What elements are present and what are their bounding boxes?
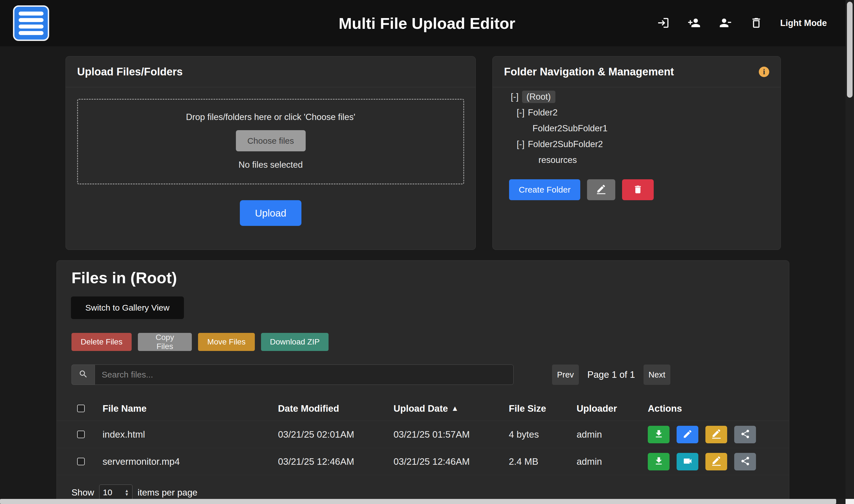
sort-ascending-icon: ▲ bbox=[451, 404, 459, 413]
add-user-button[interactable] bbox=[687, 16, 701, 30]
rename-icon bbox=[711, 456, 722, 467]
share-icon bbox=[740, 429, 750, 440]
upload-date: 03/21/25 01:57AM bbox=[393, 429, 509, 440]
row-actions bbox=[648, 453, 789, 470]
col-uploader[interactable]: Uploader bbox=[576, 403, 648, 414]
date-modified: 03/21/25 12:46AM bbox=[278, 456, 393, 467]
person-add-icon bbox=[688, 16, 700, 30]
tree-item-folder2subfolder1[interactable]: Folder2SubFolder1 bbox=[533, 123, 607, 133]
remove-user-button[interactable] bbox=[718, 16, 732, 30]
folder-buttons: Create Folder bbox=[509, 179, 654, 200]
tree-toggle-root[interactable]: [-] bbox=[511, 92, 519, 102]
move-files-button[interactable]: Move Files bbox=[198, 333, 255, 351]
delete-account-button[interactable] bbox=[749, 16, 763, 30]
horizontal-scrollbar[interactable] bbox=[0, 499, 846, 504]
choose-files-button[interactable]: Choose files bbox=[236, 130, 306, 151]
files-section: Files in (Root) Switch to Gallery View D… bbox=[56, 260, 789, 504]
trash-icon bbox=[633, 184, 643, 195]
table-row: index.html 03/21/25 02:01AM 03/21/25 01:… bbox=[57, 421, 789, 448]
trash-icon bbox=[750, 16, 763, 30]
light-mode-toggle[interactable]: Light Mode bbox=[780, 18, 827, 28]
tree-toggle-folder2[interactable]: [-] bbox=[517, 108, 524, 118]
spinner-icon[interactable]: ▲▼ bbox=[125, 489, 129, 496]
tree-row-folder2subfolder1: Folder2SubFolder1 bbox=[493, 121, 781, 137]
logo-stripe bbox=[19, 12, 43, 16]
vertical-scrollbar-thumb[interactable] bbox=[847, 2, 853, 98]
download-zip-button[interactable]: Download ZIP bbox=[261, 333, 328, 351]
search-bar bbox=[71, 364, 514, 385]
logo-stripe bbox=[19, 31, 43, 35]
file-size: 4 bytes bbox=[509, 429, 576, 440]
items-per-page-value: 10 bbox=[103, 488, 112, 497]
app-logo-icon[interactable] bbox=[13, 5, 49, 41]
share-button[interactable] bbox=[734, 453, 756, 470]
tree-item-folder2subfolder2[interactable]: Folder2SubFolder2 bbox=[528, 139, 603, 149]
row-checkbox[interactable] bbox=[77, 458, 85, 465]
tree-item-root[interactable]: (Root) bbox=[522, 91, 555, 103]
play-video-button[interactable] bbox=[677, 453, 698, 470]
tree-item-folder2[interactable]: Folder2 bbox=[528, 108, 558, 118]
rename-button[interactable] bbox=[706, 453, 727, 470]
select-all-checkbox[interactable] bbox=[77, 404, 85, 412]
search-icon bbox=[78, 369, 88, 380]
upload-button[interactable]: Upload bbox=[240, 200, 301, 226]
rename-icon bbox=[711, 429, 722, 440]
download-icon bbox=[654, 456, 664, 467]
app-header: Multi File Upload Editor Light Mode bbox=[0, 0, 854, 46]
uploader: admin bbox=[576, 456, 648, 467]
col-date-modified[interactable]: Date Modified bbox=[278, 403, 393, 414]
logout-button[interactable] bbox=[656, 16, 670, 30]
table-header-row: File Name Date Modified Upload Date ▲ Fi… bbox=[57, 396, 789, 421]
page-title: Multi File Upload Editor bbox=[339, 14, 515, 33]
col-file-size[interactable]: File Size bbox=[509, 403, 576, 414]
date-modified: 03/21/25 02:01AM bbox=[278, 429, 393, 440]
row-checkbox[interactable] bbox=[77, 431, 85, 438]
download-button[interactable] bbox=[648, 453, 670, 470]
vertical-scrollbar[interactable] bbox=[846, 0, 854, 504]
page-status: Page 1 of 1 bbox=[587, 369, 635, 380]
prev-page-button[interactable]: Prev bbox=[552, 364, 579, 385]
share-icon bbox=[740, 456, 750, 467]
col-actions: Actions bbox=[648, 403, 789, 414]
tree-toggle-folder2subfolder2[interactable]: [-] bbox=[517, 139, 524, 149]
pagination: Prev Page 1 of 1 Next bbox=[552, 364, 670, 385]
file-name: servermonitor.mp4 bbox=[103, 456, 278, 467]
search-input[interactable] bbox=[95, 364, 514, 385]
dropzone-hint: Drop files/folders here or click 'Choose… bbox=[186, 112, 355, 122]
folder-navigation-card: Folder Navigation & Management i [-] (Ro… bbox=[493, 56, 781, 250]
switch-gallery-view-button[interactable]: Switch to Gallery View bbox=[71, 296, 184, 319]
tree-row-folder2: [-] Folder2 bbox=[493, 105, 781, 121]
bulk-actions: Delete Files Copy Files Move Files Downl… bbox=[71, 333, 328, 351]
copy-files-button[interactable]: Copy Files bbox=[138, 333, 192, 351]
col-upload-date[interactable]: Upload Date ▲ bbox=[393, 403, 509, 414]
header-actions: Light Mode bbox=[656, 16, 827, 30]
tree-row-resources: resources bbox=[493, 152, 781, 168]
info-icon[interactable]: i bbox=[759, 67, 769, 77]
edit-button[interactable] bbox=[677, 426, 698, 443]
rename-icon bbox=[596, 184, 606, 195]
rename-folder-button[interactable] bbox=[587, 179, 615, 200]
horizontal-scrollbar-thumb[interactable] bbox=[0, 499, 836, 504]
folder-card-header: Folder Navigation & Management i bbox=[493, 56, 781, 87]
download-button[interactable] bbox=[648, 426, 670, 443]
create-folder-button[interactable]: Create Folder bbox=[509, 179, 580, 200]
video-camera-icon bbox=[682, 456, 693, 467]
pencil-icon bbox=[682, 429, 693, 440]
scrollbar-corner bbox=[846, 499, 854, 504]
delete-folder-button[interactable] bbox=[622, 179, 654, 200]
next-page-button[interactable]: Next bbox=[643, 364, 670, 385]
tree-row-root: [-] (Root) bbox=[493, 89, 781, 105]
items-per-page-select[interactable]: 10 ▲▼ bbox=[99, 485, 132, 500]
tree-item-resources[interactable]: resources bbox=[538, 155, 577, 165]
delete-files-button[interactable]: Delete Files bbox=[71, 333, 132, 351]
col-file-name[interactable]: File Name bbox=[103, 403, 278, 414]
download-icon bbox=[654, 429, 664, 440]
rename-button[interactable] bbox=[706, 426, 727, 443]
dropzone[interactable]: Drop files/folders here or click 'Choose… bbox=[77, 99, 464, 184]
logo-stripe bbox=[19, 24, 43, 29]
files-section-title: Files in (Root) bbox=[71, 269, 177, 287]
share-button[interactable] bbox=[734, 426, 756, 443]
person-remove-icon bbox=[719, 16, 732, 30]
app: Multi File Upload Editor Light Mode Uplo… bbox=[0, 0, 854, 504]
upload-date: 03/21/25 12:46AM bbox=[393, 456, 509, 467]
